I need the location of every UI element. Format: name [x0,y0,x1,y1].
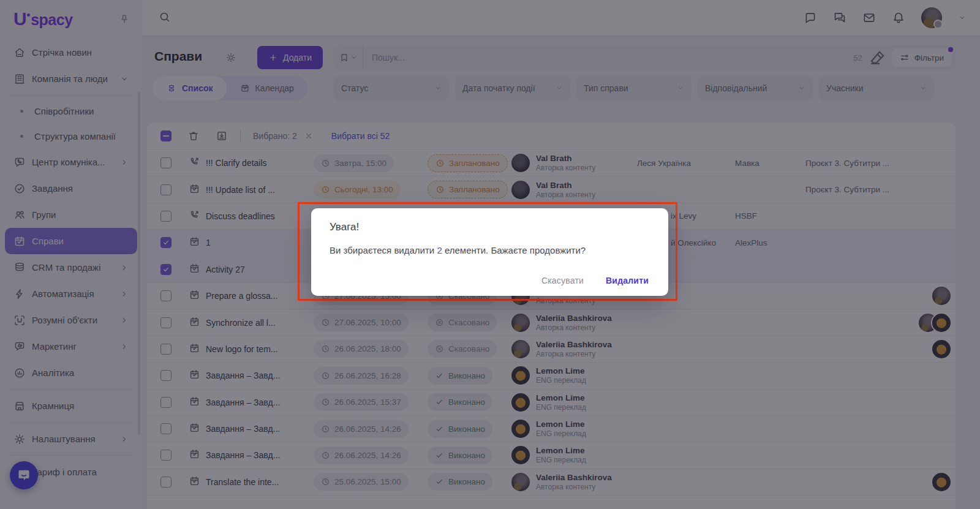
modal-message: Ви збираєтеся видалити 2 елементи. Бажає… [330,245,650,255]
delete-confirm-modal: Увага! Ви збираєтеся видалити 2 елементи… [311,208,668,296]
cancel-button[interactable]: Скасувати [541,276,584,285]
annotation-highlight: Увага! Ви збираєтеся видалити 2 елементи… [298,202,677,301]
modal-title: Увага! [330,221,650,233]
delete-count: 2 [437,245,442,255]
delete-button[interactable]: Видалити [606,276,649,285]
